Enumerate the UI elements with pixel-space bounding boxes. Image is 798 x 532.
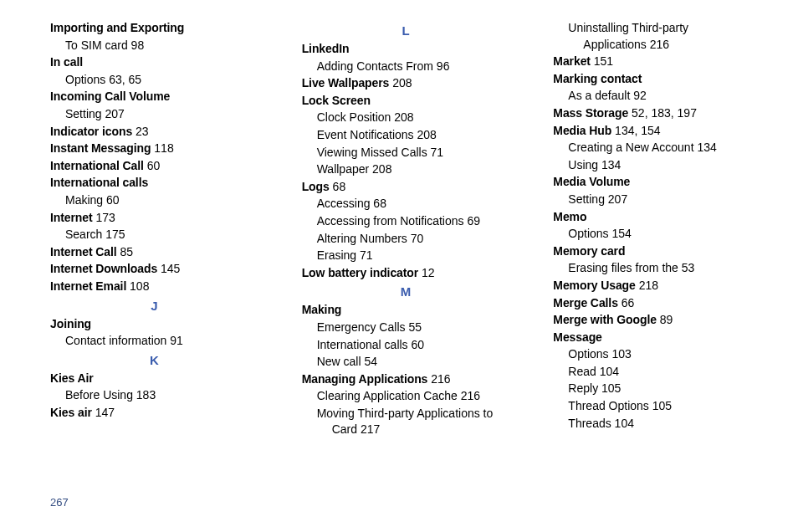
index-entry: Memory Usage 218 <box>553 278 761 294</box>
index-term: Indicator icons <box>50 125 132 138</box>
index-page-ref: 91 <box>166 334 182 347</box>
index-entry: Creating a New Account 134 <box>553 140 761 156</box>
index-term: Logs <box>302 180 330 193</box>
index-entry: Internet Email 108 <box>50 279 258 295</box>
index-term: Internet <box>50 211 93 224</box>
index-page-ref: 218 <box>636 279 658 292</box>
index-entry: Thread Options 105 <box>553 398 761 415</box>
index-term: Merge Calls <box>553 296 618 309</box>
index-subentry: Erasing files from the <box>568 261 678 274</box>
index-term: Media Hub <box>553 124 611 137</box>
index-entry: Erasing 71 <box>302 248 510 264</box>
index-page-ref: 151 <box>591 54 613 68</box>
index-entry: Setting 207 <box>50 106 258 123</box>
index-page-ref: 98 <box>128 38 144 52</box>
index-subentry: Options <box>65 73 105 86</box>
index-term: Internet Call <box>50 245 117 258</box>
index-subentry: Viewing Missed Calls <box>317 146 427 159</box>
index-entry: Threads 104 <box>553 416 761 432</box>
index-term: Message <box>553 330 601 344</box>
index-entry: Setting 207 <box>553 192 761 208</box>
index-term: Marking contact <box>553 72 642 85</box>
section-letter: K <box>50 351 258 369</box>
index-subentry: Altering Numbers <box>317 232 407 245</box>
index-page-ref: 207 <box>605 192 627 206</box>
index-entry: Viewing Missed Calls 71 <box>302 145 510 161</box>
index-entry: Making <box>302 302 510 319</box>
index-entry: Clearing Application Cache 216 <box>302 388 510 405</box>
index-term: Incoming Call Volume <box>50 90 170 103</box>
index-subentry: Thread Options <box>568 399 649 412</box>
index-entry: Merge Calls 66 <box>553 295 761 312</box>
index-subentry: Using <box>568 158 598 171</box>
index-term: Live Wallpapers <box>302 76 390 90</box>
index-page-ref: 54 <box>361 355 377 368</box>
index-term: Importing and Exporting <box>50 21 184 34</box>
index-entry: Joining <box>50 316 258 333</box>
index-entry: Media Volume <box>553 174 761 191</box>
index-page-ref: 216 <box>427 372 450 386</box>
index-subentry: Creating a New Account <box>568 141 693 154</box>
index-page-ref: 173 <box>93 211 115 224</box>
index-page-ref: 96 <box>433 59 449 73</box>
index-subentry: Wallpaper <box>317 162 370 176</box>
index-entry: Media Hub 134, 154 <box>553 123 761 140</box>
index-column-2: LLinkedInAdding Contacts From 96Live Wal… <box>302 20 510 439</box>
index-subentry: Options <box>568 347 608 361</box>
index-subentry: Clock Position <box>317 110 391 124</box>
section-letter: J <box>50 297 258 315</box>
index-page-ref: 208 <box>414 128 437 141</box>
index-entry: Kies air 147 <box>50 405 258 422</box>
index-term: Joining <box>50 317 91 330</box>
index-entry: Options 154 <box>553 226 761 243</box>
index-term: Kies air <box>50 406 92 419</box>
index-page-ref: 183 <box>133 388 156 402</box>
index-term: Instant Messaging <box>50 141 151 155</box>
index-subentry: As a default <box>568 89 630 102</box>
index-subentry: New call <box>317 355 361 368</box>
index-entry: Reply 105 <box>553 381 761 397</box>
index-subentry: Erasing <box>317 248 356 262</box>
index-entry: Managing Applications 216 <box>302 371 510 388</box>
index-entry: Market 151 <box>553 54 761 70</box>
index-page-ref: 60 <box>408 338 424 351</box>
index-subentry: Threads <box>568 417 611 430</box>
index-entry: International calls 60 <box>302 337 510 354</box>
index-entry: In call <box>50 54 258 71</box>
index-subentry: International calls <box>317 338 408 351</box>
index-entry: Erasing files from the 53 <box>553 260 761 277</box>
index-entry: Read 104 <box>553 364 761 381</box>
index-page-ref: 68 <box>370 197 386 210</box>
index-entry: Options 63, 65 <box>50 72 258 89</box>
index-page-ref: 66 <box>618 296 634 309</box>
index-term: In call <box>50 55 83 69</box>
index-subentry: Making <box>65 193 103 207</box>
index-page-ref: 12 <box>418 266 434 279</box>
index-subentry: Before Using <box>65 388 133 402</box>
index-entry: Accessing 68 <box>302 196 510 212</box>
index-entry: Clock Position 208 <box>302 110 510 126</box>
index-page-ref: 60 <box>144 159 160 172</box>
index-entry: Merge with Google 89 <box>553 312 761 329</box>
index-page-ref: 71 <box>356 248 372 262</box>
index-page-ref: 216 <box>458 389 480 402</box>
index-page-ref: 104 <box>611 417 634 430</box>
index-page-ref: 55 <box>406 320 422 334</box>
index-page: Importing and ExportingTo SIM card 98In … <box>0 0 798 439</box>
index-page-ref: 134 <box>598 158 621 171</box>
index-page-ref: 145 <box>157 262 180 275</box>
index-entry: Wallpaper 208 <box>302 161 510 178</box>
index-entry: Logs 68 <box>302 179 510 196</box>
index-entry: Lock Screen <box>302 93 510 110</box>
index-subentry: Emergency Calls <box>317 320 406 334</box>
index-entry: Emergency Calls 55 <box>302 320 510 336</box>
index-page-ref: 65 <box>129 73 142 86</box>
index-page-ref: 89 <box>657 313 673 326</box>
index-page-ref: 105 <box>649 399 672 412</box>
index-entry: Instant Messaging 118 <box>50 141 258 157</box>
index-page-ref: 118 <box>151 141 173 155</box>
index-term: Memo <box>553 210 586 223</box>
index-page-ref: 147 <box>92 406 115 419</box>
index-entry: Live Wallpapers 208 <box>302 75 510 92</box>
index-term: Managing Applications <box>302 372 428 386</box>
